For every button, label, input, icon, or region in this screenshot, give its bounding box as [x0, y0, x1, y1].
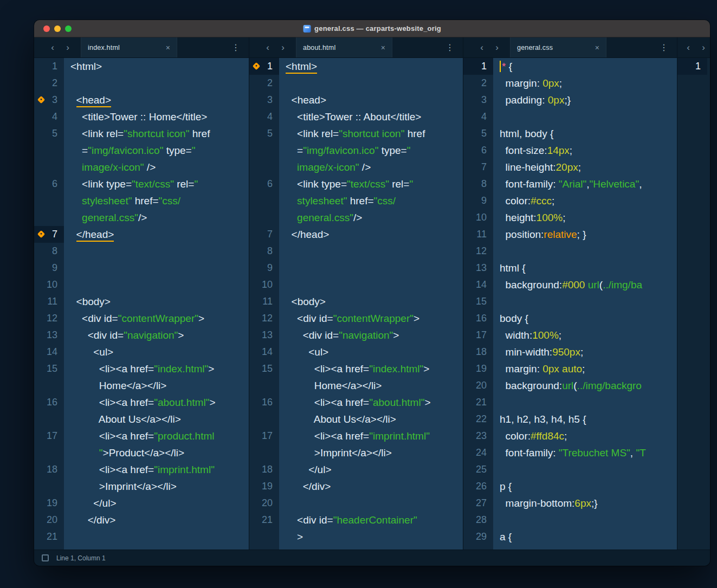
code-line[interactable] — [707, 58, 710, 75]
code-line[interactable]: margin: 0px auto; — [493, 360, 677, 377]
close-window-button[interactable] — [43, 25, 50, 32]
code-line[interactable]: html { — [493, 260, 677, 276]
code-line[interactable]: color:#ffd84c; — [493, 428, 677, 444]
code-editor[interactable]: 1* {2 margin: 0px;3 padding: 0px;}45html… — [463, 58, 677, 550]
code-editor[interactable]: 1 — [677, 58, 710, 550]
code-line[interactable]: a { — [493, 528, 677, 545]
code-editor[interactable]: 1<html>23 <head>4 <title>Tower :: Home</… — [34, 58, 249, 550]
window-titlebar[interactable]: general.css — carparts-website_orig — [34, 20, 710, 37]
code-line[interactable]: font-family: "Trebuchet MS", "T — [493, 444, 677, 461]
code-line[interactable]: <head> — [279, 92, 463, 108]
code-line[interactable]: general.css"/> — [279, 209, 463, 226]
code-line[interactable]: <li><a href="imprint.html" — [279, 428, 463, 444]
code-line[interactable]: font-family: "Arial","Helvetica", — [493, 176, 677, 192]
code-line[interactable]: ">Product</a></li> — [64, 444, 249, 461]
code-line[interactable]: image/x-icon" /> — [64, 159, 249, 176]
code-line[interactable]: <title>Tower :: About</title> — [279, 108, 463, 125]
code-line[interactable]: background:url(../img/backgro — [493, 377, 677, 394]
layout-toggle-icon[interactable] — [42, 554, 49, 561]
code-line[interactable]: >Imprint</a></li> — [279, 444, 463, 461]
code-line[interactable]: position:relative; } — [493, 226, 677, 243]
code-line[interactable]: <div id="contentWrapper"> — [64, 310, 249, 327]
code-line[interactable]: <link type="text/css" rel=" — [279, 176, 463, 192]
code-line[interactable]: <ul> — [64, 344, 249, 360]
tab-general.css[interactable]: general.css× — [510, 37, 606, 57]
tab-overflow-menu-icon[interactable]: ⋮ — [660, 42, 668, 53]
tab-overflow-menu-icon[interactable]: ⋮ — [231, 42, 240, 53]
code-line[interactable]: <li><a href="index.html"> — [64, 360, 249, 377]
code-line[interactable] — [493, 243, 677, 260]
code-line[interactable]: > — [279, 528, 463, 545]
code-line[interactable]: <html> — [279, 58, 463, 75]
code-line[interactable]: </head> — [64, 226, 249, 243]
code-line[interactable]: html, body { — [493, 125, 677, 142]
code-line[interactable]: <body> — [279, 293, 463, 310]
code-line[interactable]: stylesheet" href="css/ — [279, 192, 463, 209]
code-line[interactable] — [493, 293, 677, 310]
code-line[interactable]: padding: 0px;} — [493, 92, 677, 108]
code-line[interactable]: width:100%; — [493, 327, 677, 344]
code-line[interactable] — [493, 394, 677, 411]
code-line[interactable]: <li><a href="about.html"> — [64, 394, 249, 411]
history-back-icon[interactable]: ‹ — [45, 38, 60, 57]
history-forward-icon[interactable]: › — [489, 38, 505, 57]
tab-close-icon[interactable]: × — [595, 43, 599, 52]
code-line[interactable]: general.css"/> — [64, 209, 249, 226]
maximize-window-button[interactable] — [65, 25, 72, 32]
history-forward-icon[interactable]: › — [60, 38, 75, 57]
code-line[interactable]: About Us</a></li> — [279, 411, 463, 428]
code-line[interactable] — [64, 528, 249, 545]
code-line[interactable]: <body> — [64, 293, 249, 310]
code-line[interactable] — [64, 75, 249, 92]
code-line[interactable]: ="img/favicon.ico" type=" — [279, 142, 463, 159]
code-line[interactable]: About Us</a></li> — [64, 411, 249, 428]
code-line[interactable] — [64, 243, 249, 260]
code-line[interactable]: image/x-icon" /> — [279, 159, 463, 176]
code-line[interactable]: height:100%; — [493, 209, 677, 226]
code-line[interactable] — [279, 276, 463, 293]
code-line[interactable]: <div id="headerContainer" — [279, 512, 463, 528]
code-line[interactable] — [64, 276, 249, 293]
code-line[interactable]: <div id="navigation"> — [279, 327, 463, 344]
code-line[interactable]: * { — [493, 58, 677, 75]
code-line[interactable] — [493, 461, 677, 478]
tab-close-icon[interactable]: × — [381, 43, 385, 52]
tab-index.html[interactable]: index.html× — [81, 37, 177, 57]
code-line[interactable]: <div id="contentWrapper"> — [279, 310, 463, 327]
code-line[interactable]: color:#ccc; — [493, 192, 677, 209]
history-forward-icon[interactable]: › — [275, 38, 290, 57]
history-forward-icon[interactable]: › — [696, 38, 710, 57]
code-line[interactable] — [64, 260, 249, 276]
code-line[interactable]: </div> — [64, 512, 249, 528]
code-line[interactable]: <link rel="shortcut icon" href — [279, 125, 463, 142]
code-line[interactable]: <li><a href="index.html"> — [279, 360, 463, 377]
code-line[interactable]: h1, h2, h3, h4, h5 { — [493, 411, 677, 428]
tab-about.html[interactable]: about.html× — [296, 37, 392, 57]
code-line[interactable]: </ul> — [64, 495, 249, 512]
code-line[interactable]: </div> — [279, 478, 463, 495]
code-line[interactable]: <div id="navigation"> — [64, 327, 249, 344]
code-line[interactable]: line-height:20px; — [493, 159, 677, 176]
code-line[interactable]: <ul> — [279, 344, 463, 360]
tab-close-icon[interactable]: × — [166, 43, 170, 52]
history-back-icon[interactable]: ‹ — [260, 38, 275, 57]
code-line[interactable]: min-width:950px; — [493, 344, 677, 360]
code-line[interactable] — [279, 495, 463, 512]
code-line[interactable]: font-size:14px; — [493, 142, 677, 159]
code-line[interactable]: <title>Tower :: Home</title> — [64, 108, 249, 125]
code-line[interactable]: <li><a href="imprint.html" — [64, 461, 249, 478]
code-line[interactable] — [493, 512, 677, 528]
code-editor[interactable]: 1<html>23 <head>4 <title>Tower :: About<… — [249, 58, 463, 550]
code-line[interactable]: <li><a href="product.html — [64, 428, 249, 444]
code-line[interactable]: background:#000 url(../img/ba — [493, 276, 677, 293]
code-line[interactable] — [493, 108, 677, 125]
code-line[interactable]: margin: 0px; — [493, 75, 677, 92]
code-line[interactable]: Home</a></li> — [64, 377, 249, 394]
code-line[interactable]: </head> — [279, 226, 463, 243]
code-line[interactable]: >Imprint</a></li> — [64, 478, 249, 495]
code-line[interactable]: body { — [493, 310, 677, 327]
history-back-icon[interactable]: ‹ — [474, 38, 489, 57]
code-line[interactable] — [279, 243, 463, 260]
minimize-window-button[interactable] — [54, 25, 61, 32]
code-line[interactable]: p { — [493, 478, 677, 495]
